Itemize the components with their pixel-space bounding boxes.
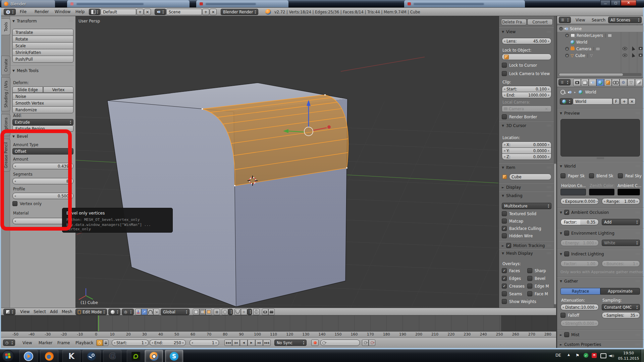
taskbar-firefox[interactable] — [40, 350, 58, 362]
indirect-factor-field[interactable]: Factor:1.00 — [560, 260, 599, 267]
clip-end-field[interactable]: ◂End:1000.000▸ — [502, 92, 551, 98]
env-energy-field[interactable]: ◂Energy:1.000▸ — [560, 240, 599, 246]
panel-view-header[interactable]: ▼View∷∷ — [502, 29, 551, 34]
tab-render[interactable] — [573, 79, 581, 86]
unlink-world-button[interactable]: ✕ — [628, 98, 636, 105]
scrollbar-thumb[interactable] — [559, 73, 623, 76]
menu-add[interactable]: Add — [50, 308, 58, 315]
editor-type-selector[interactable]: ☰▴▾ — [558, 79, 571, 85]
panel-mist-header[interactable]: ►✓ Mist∷∷ — [560, 332, 640, 337]
indirect-bounces-field[interactable]: ◂Bounces:1▸ — [602, 260, 640, 267]
menu-search[interactable]: Search — [592, 16, 605, 24]
falloff-strength-field[interactable]: ◂Strength:0.000▸ — [560, 320, 599, 326]
vertex-select-button[interactable] — [193, 309, 199, 315]
show-desktop-button[interactable] — [641, 350, 644, 362]
sampling-mode-dropdown[interactable]: Constant QMC▴▾ — [602, 304, 640, 310]
shading-mode-dropdown[interactable]: Multitexture▴▾ — [502, 203, 551, 209]
keying-set-field[interactable] — [320, 340, 360, 346]
world-datablock-selector[interactable]: ▴▾ — [560, 98, 573, 105]
checkbox-icon[interactable]: ✓ — [560, 173, 566, 178]
menu-view[interactable]: View — [22, 338, 32, 348]
checkbox-icon[interactable]: ✓ — [502, 226, 507, 231]
panel-grip-icon[interactable]: ∷∷ — [547, 186, 551, 189]
checkbox-icon[interactable]: ✓ — [502, 284, 507, 289]
snap-target-button[interactable] — [253, 309, 260, 315]
outliner-scrollbar[interactable] — [558, 73, 642, 76]
range-field[interactable]: ◂Range:1.000▸ — [602, 198, 640, 204]
paper-sky-checkbox[interactable]: ✓Paper Sk — [560, 173, 585, 178]
panel-indirect-lighting-header[interactable]: ▼✓ Indirect Lighting∷∷ — [560, 251, 640, 256]
tray-avira-icon[interactable]: ☂ — [592, 353, 597, 358]
taskbar-skype[interactable]: S — [165, 350, 183, 362]
world-name-field[interactable]: World — [573, 98, 612, 105]
ao-blend-mode-dropdown[interactable]: Add▴▾ — [602, 219, 640, 225]
menu-select[interactable]: Select — [34, 308, 46, 315]
n-panel-scrollbar[interactable] — [554, 16, 556, 308]
panel-mesh-tools-header[interactable]: ▼ Mesh Tools∷∷ — [12, 68, 73, 73]
menu-marker[interactable]: Marker — [39, 338, 52, 348]
delete-scene-button[interactable]: ✕ — [210, 9, 217, 15]
editor-type-selector[interactable]: ◷▴▾ — [3, 340, 15, 346]
overlay-edges-checkbox[interactable]: ✓Edges — [502, 276, 521, 281]
render-animation-button[interactable] — [268, 309, 275, 315]
scene-icon-button[interactable]: ▴▾ — [155, 9, 166, 15]
lock-camera-checkbox[interactable]: ✓Lock Camera to View — [502, 71, 550, 76]
checkbox-icon[interactable]: ✓ — [564, 231, 569, 236]
scrollbar-thumb[interactable] — [554, 164, 556, 304]
panel-ao-header[interactable]: ▼✓ Ambient Occlusion∷∷ — [560, 210, 640, 215]
render-border-checkbox[interactable]: ✓Render Border — [502, 114, 537, 119]
tray-volume-icon[interactable]: ◄)) — [608, 353, 614, 358]
panel-grip-icon[interactable]: ∷∷ — [636, 232, 640, 235]
checkbox-icon[interactable]: ✓ — [502, 268, 507, 273]
hide-toggle-eye-icon[interactable] — [623, 54, 627, 57]
checkbox-icon[interactable]: ✓ — [564, 332, 569, 337]
delete-layout-button[interactable]: ✕ — [144, 9, 151, 15]
taskbar-k-app[interactable]: K — [62, 350, 80, 362]
panel-shading-header[interactable]: ▼Shading∷∷ — [502, 193, 551, 198]
current-frame-field[interactable]: ◂1▸ — [190, 340, 219, 346]
cursor-z-field[interactable]: ◂Z:0.0000▸ — [502, 154, 551, 160]
panel-transform-header[interactable]: ▼ Transform∷∷ — [12, 19, 73, 23]
face-select-button[interactable] — [206, 309, 212, 315]
menu-view[interactable]: View — [20, 308, 30, 315]
overlay-edge-marks-checkbox[interactable]: ✓Edge M — [527, 284, 549, 289]
overlay-seams-checkbox[interactable]: ✓Seams — [502, 291, 522, 296]
auto-keyframe-button[interactable] — [311, 340, 319, 346]
checkbox-icon[interactable]: ✓ — [502, 291, 507, 296]
panel-grip-icon[interactable]: ∷∷ — [636, 252, 640, 256]
tray-expand-icon[interactable]: ▲ — [568, 353, 570, 356]
panel-grip-icon[interactable]: ∷∷ — [547, 252, 551, 255]
cursor-y-field[interactable]: ◂Y:0.0000▸ — [502, 147, 551, 154]
frame-start-field[interactable]: ◂Start:1▸ — [112, 340, 149, 346]
tab-constraints[interactable] — [612, 79, 620, 86]
panel-grip-icon[interactable]: ∷∷ — [636, 343, 640, 346]
delete-frame-button[interactable]: Delete Fra... — [501, 19, 527, 25]
panel-grip-icon[interactable]: ∷∷ — [547, 124, 551, 127]
menu-playback[interactable]: Playback — [75, 338, 94, 348]
checkbox-icon[interactable]: ✓ — [589, 173, 594, 178]
attenuation-distance-field[interactable]: ◂Distanc:10.000▸ — [560, 304, 599, 310]
lens-field[interactable]: ◂Lens:45.000▸ — [502, 38, 551, 44]
editor-type-selector[interactable]: ☰▴▾ — [559, 17, 571, 23]
tray-clock[interactable]: 19:50 05.11.2015 — [618, 351, 639, 361]
tab-object-data[interactable]: ▽ — [627, 79, 635, 86]
shrink-fatten-button[interactable]: Shrink/Fatten — [12, 49, 73, 56]
timeline-track[interactable] — [1, 315, 556, 331]
checkbox-icon[interactable]: ✓ — [502, 211, 507, 216]
tab-scene[interactable] — [589, 79, 596, 86]
convert-button[interactable]: Convert — [527, 19, 553, 25]
panel-custom-properties-header[interactable]: ►Custom Properties∷∷ — [560, 342, 640, 347]
viewport-shading-selector[interactable]: ▴▾ — [108, 309, 120, 315]
next-keyframe-button[interactable]: ▶▮ — [255, 340, 263, 346]
play-reverse-button[interactable]: ◀ — [240, 340, 248, 346]
rotate-button[interactable]: Rotate — [12, 36, 73, 43]
sync-mode-dropdown[interactable]: No Sync▴▾ — [274, 340, 307, 346]
samples-field[interactable]: ◂Samples:35▸ — [602, 312, 640, 318]
snap-element-button[interactable]: ✛ — [241, 309, 247, 315]
outliner-row-world[interactable]: World — [557, 39, 643, 45]
checkbox-icon[interactable]: ✓ — [527, 268, 532, 273]
render-opengl-button[interactable] — [262, 309, 268, 315]
render-toggle-camera-icon[interactable] — [639, 54, 643, 57]
randomize-button[interactable]: Randomize — [12, 106, 73, 113]
proportional-edit-dropdown[interactable]: ▴▾ — [228, 309, 233, 315]
